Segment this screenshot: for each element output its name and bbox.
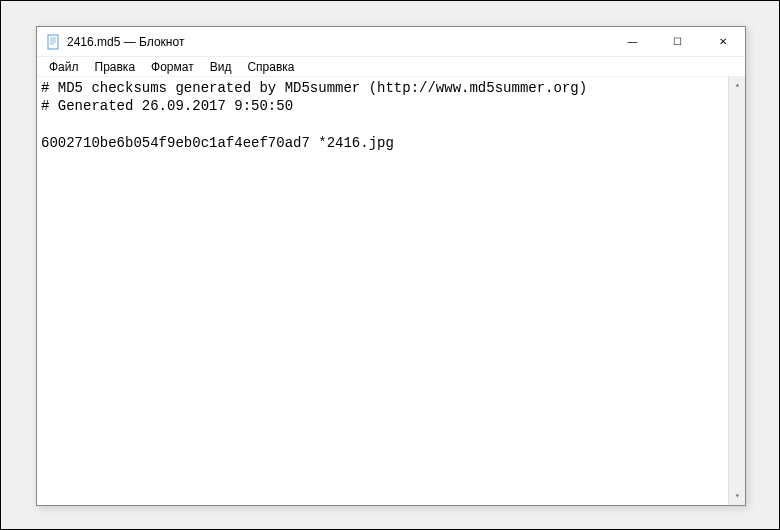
close-button[interactable]: ✕ — [700, 27, 745, 56]
menu-format[interactable]: Формат — [143, 58, 202, 76]
text-area[interactable]: # MD5 checksums generated by MD5summer (… — [37, 77, 745, 505]
notepad-window: 2416.md5 — Блокнот — ☐ ✕ Файл Правка Фор… — [36, 26, 746, 506]
window-controls: — ☐ ✕ — [610, 27, 745, 56]
notepad-icon — [45, 34, 61, 50]
content-line: # Generated 26.09.2017 9:50:50 — [41, 98, 293, 114]
menubar: Файл Правка Формат Вид Справка — [37, 57, 745, 77]
menu-edit[interactable]: Правка — [87, 58, 144, 76]
content-line: 6002710be6b054f9eb0c1af4eef70ad7 *2416.j… — [41, 135, 394, 151]
scroll-down-icon[interactable]: ▾ — [729, 488, 745, 505]
menu-view[interactable]: Вид — [202, 58, 240, 76]
scroll-up-icon[interactable]: ▴ — [729, 77, 745, 94]
menu-help[interactable]: Справка — [239, 58, 302, 76]
content-line: # MD5 checksums generated by MD5summer (… — [41, 80, 587, 96]
window-title: 2416.md5 — Блокнот — [67, 35, 610, 49]
titlebar[interactable]: 2416.md5 — Блокнот — ☐ ✕ — [37, 27, 745, 57]
minimize-button[interactable]: — — [610, 27, 655, 56]
vertical-scrollbar[interactable]: ▴ ▾ — [728, 77, 745, 505]
menu-file[interactable]: Файл — [41, 58, 87, 76]
maximize-button[interactable]: ☐ — [655, 27, 700, 56]
